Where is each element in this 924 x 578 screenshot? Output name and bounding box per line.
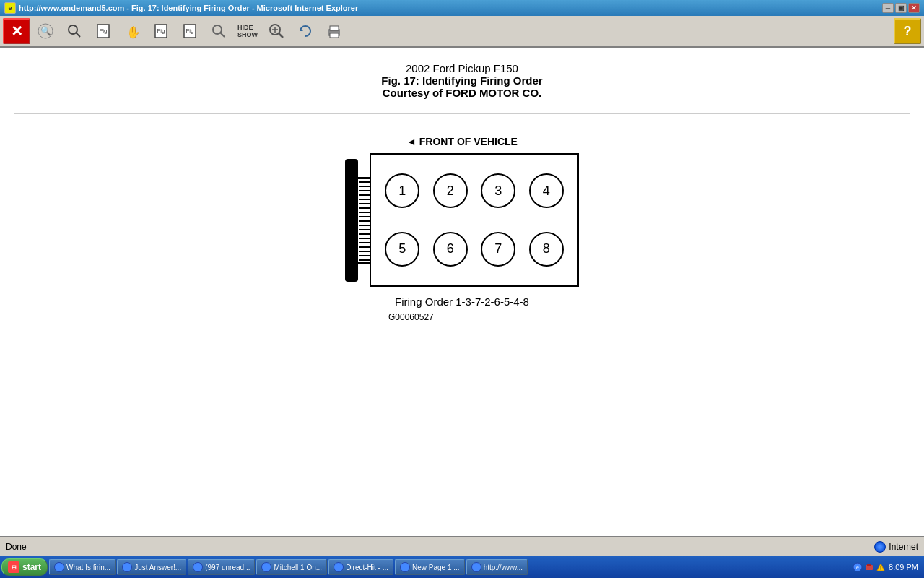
- svg-text:✋: ✋: [126, 25, 140, 39]
- svg-text:Fig: Fig: [99, 27, 107, 34]
- cylinder-8-circle: 8: [529, 232, 564, 267]
- svg-line-14: [279, 33, 283, 38]
- taskbar: ⊞ start What Is firin... Just Answer!...…: [0, 556, 924, 578]
- hand-button[interactable]: ✋: [118, 18, 146, 44]
- tray-icon-3: !: [876, 562, 886, 572]
- cylinder-4: 4: [523, 162, 571, 220]
- cylinder-5: 5: [378, 220, 427, 279]
- svg-text:Fig: Fig: [186, 27, 193, 34]
- cylinder-1-circle: 1: [385, 173, 419, 208]
- back-button[interactable]: 🔍: [32, 18, 59, 44]
- close-tool-button[interactable]: ✕: [3, 18, 30, 44]
- print-button[interactable]: [321, 18, 348, 44]
- engine-diagram: 1 2 3 4: [345, 153, 579, 287]
- hide-show-button[interactable]: HIDESHOW: [234, 18, 261, 44]
- cylinder-4-circle: 4: [529, 173, 564, 208]
- firing-order-label: Firing Order 1-3-7-2-6-5-4-8: [395, 296, 529, 308]
- svg-line-3: [76, 33, 80, 37]
- svg-text:!: !: [880, 566, 881, 571]
- windows-icon: ⊞: [8, 561, 19, 573]
- taskbar-item-1[interactable]: Just Answer!...: [117, 559, 186, 575]
- refresh-button[interactable]: [292, 18, 319, 44]
- svg-text:🔍: 🔍: [40, 25, 51, 36]
- system-tray: e !: [853, 562, 886, 572]
- taskbar-icon-0: [54, 562, 64, 572]
- status-text: Done: [6, 542, 27, 552]
- tray-icon-2: [864, 562, 874, 572]
- cylinder-5-circle: 5: [385, 232, 419, 267]
- front-of-vehicle-label: ◄ FRONT OF VEHICLE: [406, 136, 518, 147]
- taskbar-item-6[interactable]: http://www...: [466, 559, 528, 575]
- status-bar: Done Internet: [0, 536, 924, 556]
- restore-button[interactable]: ▣: [895, 3, 907, 13]
- svg-rect-24: [867, 564, 871, 566]
- fig-button-2[interactable]: Fig: [147, 18, 175, 44]
- cylinder-3-circle: 3: [481, 173, 515, 208]
- taskbar-icon-2: [193, 562, 203, 572]
- fig-button-1[interactable]: Fig: [90, 18, 117, 44]
- start-button[interactable]: ⊞ start: [1, 558, 48, 576]
- cylinder-2: 2: [427, 162, 475, 220]
- taskbar-icon-4: [334, 562, 344, 572]
- content-area: 2002 Ford Pickup F150 Fig. 17: Identifyi…: [0, 48, 924, 536]
- taskbar-item-4[interactable]: Direct-Hit - ...: [328, 559, 393, 575]
- taskbar-icon-5: [400, 562, 410, 572]
- browser-icon: e: [4, 2, 16, 14]
- taskbar-item-2[interactable]: (997 unread...: [188, 559, 255, 575]
- diagram-code: G00060527: [388, 312, 434, 322]
- window-controls: ─ ▣ ✕: [882, 3, 920, 13]
- minimize-button[interactable]: ─: [882, 3, 894, 13]
- fig-button-3[interactable]: Fig: [176, 18, 204, 44]
- taskbar-item-3[interactable]: Mitchell 1 On...: [256, 559, 327, 575]
- svg-rect-20: [330, 33, 339, 38]
- cylinder-2-circle: 2: [433, 173, 468, 208]
- internet-zone: Internet: [874, 541, 918, 553]
- taskbar-icon-3: [261, 562, 271, 572]
- engine-left-side: [345, 159, 370, 282]
- figure-title: Fig. 17: Identifying Firing Order: [381, 74, 542, 87]
- belt-area: [345, 159, 370, 282]
- help-button[interactable]: ?: [894, 18, 921, 44]
- cylinder-7: 7: [474, 220, 523, 279]
- taskbar-right: e ! 8:09 PM: [853, 562, 923, 572]
- toolbar: ✕ 🔍 Fig ✋ Fig Fig HIDESHOW ?: [0, 16, 924, 48]
- svg-line-12: [220, 33, 225, 37]
- cylinder-6-circle: 6: [433, 232, 468, 267]
- taskbar-item-5[interactable]: New Page 1 ...: [395, 559, 465, 575]
- belt-tick-marks: [359, 181, 370, 264]
- tray-icon-1: e: [853, 562, 863, 572]
- find-button[interactable]: [205, 18, 232, 44]
- cylinder-3: 3: [474, 162, 523, 220]
- divider: [14, 113, 910, 114]
- vehicle-title: 2002 Ford Pickup F150: [381, 62, 542, 74]
- svg-rect-19: [330, 26, 339, 30]
- cylinder-7-circle: 7: [481, 232, 515, 267]
- taskbar-item-0[interactable]: What Is firin...: [49, 559, 116, 575]
- close-button[interactable]: ✕: [908, 3, 920, 13]
- diagram-container: ◄ FRONT OF VEHICLE 1: [345, 136, 579, 322]
- taskbar-icon-1: [122, 562, 132, 572]
- belt-connector: [358, 177, 370, 264]
- clock: 8:09 PM: [889, 563, 918, 571]
- window-title: http://www.ondemand5.com - Fig. 17: Iden…: [19, 4, 882, 12]
- belt-bar: [345, 159, 358, 282]
- search-button[interactable]: [61, 18, 88, 44]
- page-title-section: 2002 Ford Pickup F150 Fig. 17: Identifyi…: [381, 62, 542, 99]
- internet-icon: [874, 541, 886, 553]
- zoom-button[interactable]: [263, 18, 290, 44]
- svg-text:Fig: Fig: [157, 27, 165, 34]
- engine-box: 1 2 3 4: [370, 153, 579, 287]
- cylinder-6: 6: [427, 220, 475, 279]
- title-bar: e http://www.ondemand5.com - Fig. 17: Id…: [0, 0, 924, 16]
- cylinder-1: 1: [378, 162, 427, 220]
- cylinder-8: 8: [523, 220, 571, 279]
- svg-text:e: e: [856, 565, 859, 570]
- courtesy-title: Courtesy of FORD MOTOR CO.: [381, 87, 542, 99]
- taskbar-icon-6: [471, 562, 481, 572]
